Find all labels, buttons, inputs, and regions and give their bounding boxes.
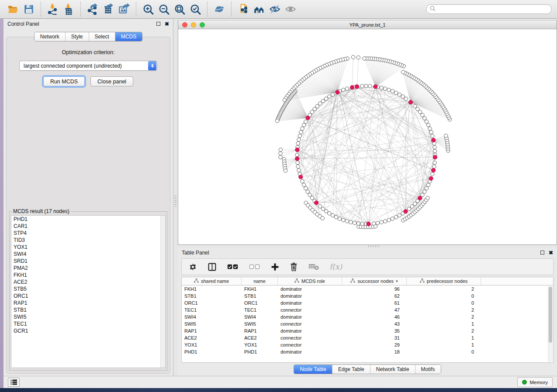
table-cell[interactable]: dominator <box>278 286 342 292</box>
mcds-result-item[interactable]: STP4 <box>11 230 165 237</box>
table-cell[interactable]: 47 <box>342 307 407 313</box>
maximize-window-icon[interactable] <box>200 22 205 28</box>
table-cell[interactable]: FKH1 <box>242 286 278 292</box>
table-cell[interactable]: ACE2 <box>182 335 242 340</box>
table-row[interactable]: PHD1PHD1dominator180 <box>182 348 553 355</box>
show-all-icon[interactable] <box>283 2 298 17</box>
table-cell[interactable]: 29 <box>342 342 407 347</box>
apply-layout-icon[interactable] <box>211 2 227 17</box>
table-cell[interactable]: 1 <box>407 342 481 347</box>
mcds-list-scrollbar[interactable] <box>160 216 165 368</box>
network-canvas[interactable] <box>178 29 557 244</box>
tab-select[interactable]: Select <box>89 32 115 41</box>
network-window-titlebar[interactable]: YPA_prune.txt_1 <box>178 21 557 29</box>
mcds-result-item[interactable]: RAP1 <box>11 299 165 306</box>
save-session-icon[interactable] <box>21 2 37 17</box>
tab-motifs[interactable]: Motifs <box>415 365 441 374</box>
table-cell[interactable]: RAP1 <box>242 328 278 334</box>
first-neighbors-icon[interactable] <box>251 2 267 17</box>
table-cell[interactable]: 0 <box>407 293 481 299</box>
table-cell[interactable]: ORC1 <box>242 300 278 306</box>
table-cell[interactable]: YOX1 <box>182 342 242 347</box>
export-table-icon[interactable] <box>100 2 116 17</box>
table-cell[interactable]: 2 <box>407 314 481 320</box>
mcds-result-item[interactable]: TID3 <box>11 237 165 244</box>
column-header-successor-nodes[interactable]: successor nodes▾ <box>342 277 407 285</box>
column-header-MCDS-role[interactable]: MCDS role <box>278 277 342 285</box>
gear-icon[interactable] <box>189 263 197 271</box>
table-cell[interactable]: connector <box>278 342 342 347</box>
table-cell[interactable]: dominator <box>278 314 342 320</box>
table-cell[interactable]: 96 <box>342 286 407 292</box>
table-cell[interactable]: dominator <box>278 293 342 299</box>
table-cell[interactable]: 2 <box>407 286 481 292</box>
mcds-result-item[interactable]: CAR1 <box>11 223 165 230</box>
table-cell[interactable]: 1 <box>407 335 481 340</box>
horizontal-splitter[interactable] <box>178 245 557 248</box>
table-cell[interactable]: TEC1 <box>182 307 242 313</box>
mcds-result-list[interactable]: PHD1CAR1STP4TID3YOX1SWI4SRD1PMA2FKH1ACE2… <box>11 215 166 368</box>
clone-network-icon[interactable] <box>235 2 251 17</box>
hide-selected-icon[interactable] <box>267 2 283 17</box>
mcds-result-item[interactable]: STB5 <box>11 285 165 292</box>
table-row[interactable]: STB1STB1dominator620 <box>182 292 553 299</box>
export-image-icon[interactable] <box>116 2 132 17</box>
table-row[interactable]: TEC1TEC1connector472 <box>182 306 553 313</box>
table-cell[interactable]: 0 <box>407 300 481 306</box>
tab-network[interactable]: Network <box>35 32 65 41</box>
delete-column-icon[interactable] <box>290 262 298 271</box>
export-network-icon[interactable] <box>85 2 100 17</box>
table-row[interactable]: RAP1RAP1dominator352 <box>182 327 553 334</box>
mcds-result-item[interactable]: SWI4 <box>11 251 165 258</box>
table-cell[interactable]: 43 <box>342 321 407 327</box>
table-row[interactable]: ORC1ORC1dominator610 <box>182 299 553 306</box>
table-cell[interactable]: 35 <box>342 328 407 334</box>
table-row[interactable]: SWI4SWI4dominator462 <box>182 313 553 320</box>
mcds-result-item[interactable]: GCR1 <box>11 327 165 334</box>
minimize-window-icon[interactable] <box>191 22 196 28</box>
criterion-select[interactable]: largest connected component (undirected) <box>19 61 157 71</box>
tab-network-table[interactable]: Network Table <box>370 365 415 374</box>
zoom-out-icon[interactable] <box>156 2 172 17</box>
table-cell[interactable]: SWI5 <box>242 321 278 327</box>
table-cell[interactable]: STB1 <box>242 293 278 299</box>
table-cell[interactable]: dominator <box>278 349 342 354</box>
table-cell[interactable]: SWI4 <box>182 314 242 320</box>
table-cell[interactable]: FKH1 <box>182 286 242 292</box>
table-cell[interactable]: SWI4 <box>242 314 278 320</box>
table-cell[interactable]: RAP1 <box>182 328 242 334</box>
table-cell[interactable]: connector <box>278 321 342 327</box>
task-history-button[interactable] <box>8 378 20 387</box>
close-panel-button[interactable]: Close panel <box>90 76 133 86</box>
mcds-result-item[interactable]: PHD1 <box>11 216 165 223</box>
search-input[interactable] <box>438 7 548 12</box>
mcds-result-item[interactable]: PMA2 <box>11 265 165 272</box>
table-row[interactable]: FKH1FKH1dominator962 <box>182 285 553 292</box>
network-graph[interactable] <box>178 29 556 244</box>
tab-edge-table[interactable]: Edge Table <box>332 365 370 374</box>
open-file-icon[interactable] <box>5 2 21 17</box>
mcds-result-item[interactable]: FKH1 <box>11 272 165 279</box>
table-cell[interactable]: connector <box>278 335 342 340</box>
mcds-result-item[interactable]: ACE2 <box>11 279 165 285</box>
table-cell[interactable]: 62 <box>342 293 407 299</box>
mcds-result-item[interactable]: SRD1 <box>11 258 165 265</box>
import-network-icon[interactable] <box>45 2 61 17</box>
column-header-predecessor-nodes[interactable]: predecessor nodes <box>407 277 481 285</box>
close-window-icon[interactable] <box>182 22 187 28</box>
float-panel-icon[interactable] <box>156 22 160 26</box>
zoom-in-icon[interactable] <box>140 2 156 17</box>
tab-style[interactable]: Style <box>65 32 89 41</box>
add-column-icon[interactable] <box>271 263 279 271</box>
table-cell[interactable]: PHD1 <box>182 349 242 354</box>
table-cell[interactable]: connector <box>278 307 342 313</box>
vertical-splitter[interactable] <box>173 19 178 376</box>
mcds-result-item[interactable]: ORC1 <box>11 292 165 299</box>
select-all-icon[interactable] <box>227 264 239 270</box>
table-cell[interactable]: 18 <box>342 349 407 354</box>
import-table-icon[interactable] <box>61 2 76 17</box>
table-cell[interactable]: ORC1 <box>182 300 242 306</box>
table-cell[interactable]: PHD1 <box>242 349 278 354</box>
mcds-result-item[interactable]: YOX1 <box>11 244 165 251</box>
mcds-result-item[interactable]: SWI5 <box>11 313 165 320</box>
